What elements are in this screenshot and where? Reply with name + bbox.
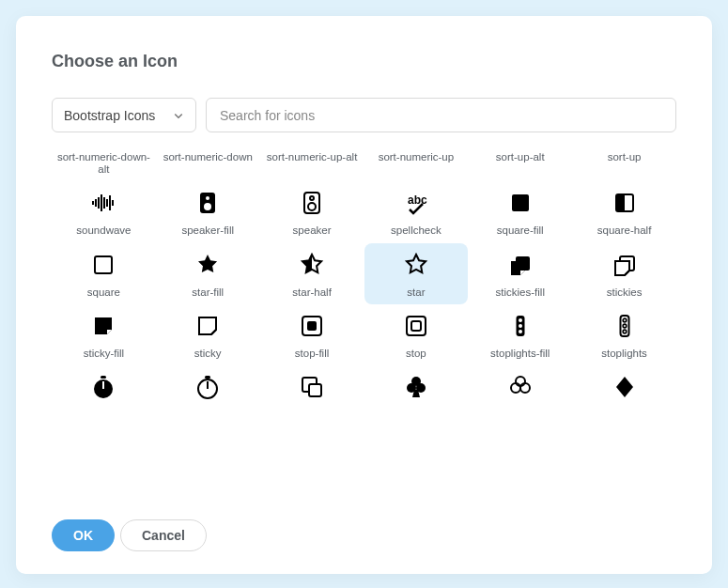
suit-club-fill-icon [404,375,428,399]
icon-set-select-value: Bootstrap Icons [64,108,155,123]
icon-option-label: sort-up [608,151,642,163]
spellcheck-icon [404,191,428,215]
stop-icon [404,314,428,338]
icon-option-sticky-fill[interactable]: sticky-fill [52,304,156,365]
icon-option-stoplights-fill[interactable]: stoplights-fill [468,304,572,365]
icon-option-sort-numeric-up[interactable]: sort-numeric-up [364,146,469,181]
icon-option-square-fill[interactable]: square-fill [468,181,572,242]
stopwatch-fill-icon [91,375,116,399]
icon-option-label: star-fill [192,286,224,299]
stickies-icon [612,253,637,277]
stopwatch-icon [195,375,220,399]
icon-option-square-half[interactable]: square-half [572,181,676,242]
icon-option-sort-numeric-down[interactable]: sort-numeric-down [156,146,260,181]
chevron-down-icon [173,110,184,121]
star-icon [404,253,428,277]
controls-row: Bootstrap Icons [52,98,676,132]
icon-option-label: star [407,286,425,299]
soundwave-icon [91,191,116,215]
icon-option-suit-club-fill[interactable]: suit-club-fill [364,365,469,403]
subtract-icon [300,375,324,399]
icon-option-label: sticky-fill [84,348,124,360]
star-fill-icon [195,253,220,277]
icon-option-sort-up[interactable]: sort-up [572,146,676,181]
icon-option-label: stop [406,348,426,360]
icon-option-label: square-half [597,224,652,237]
sticky-icon [195,314,220,338]
icon-option-stickies[interactable]: stickies [572,243,676,304]
icon-set-select[interactable]: Bootstrap Icons [52,98,196,132]
icon-option-label: stickies-fill [496,286,545,299]
icon-option-sort-up-alt[interactable]: sort-up-alt [468,146,572,181]
icon-option-label: sort-numeric-up [379,151,455,163]
icon-option-label: soundwave [76,224,131,237]
sticky-fill-icon [91,314,116,338]
icon-option-suit-club[interactable]: suit-club [468,365,572,403]
icon-option-stopwatch-fill[interactable]: stopwatch-fill [52,365,156,403]
icon-option-label: stickies [607,286,643,299]
square-icon [91,253,116,277]
icon-option-label: sticky [194,348,222,360]
icon-option-stopwatch[interactable]: stopwatch [156,365,260,403]
icon-option-label: sort-numeric-down-alt [54,151,154,176]
icon-option-stop[interactable]: stop [364,304,469,365]
icon-option-star-half[interactable]: star-half [260,243,364,304]
icon-option-speaker[interactable]: speaker [260,181,364,242]
icon-option-label: square [87,286,120,299]
icon-option-label: speaker [293,224,332,237]
cancel-button[interactable]: Cancel [120,519,207,551]
icon-option-label: stoplights [601,348,647,360]
icon-option-label: speaker-fill [181,224,234,237]
icon-option-label: stop-fill [295,348,329,360]
star-half-icon [300,253,324,277]
icon-option-label: sort-up-alt [496,151,545,163]
icon-option-stickies-fill[interactable]: stickies-fill [468,243,572,304]
icon-option-sort-numeric-down-alt[interactable]: sort-numeric-down-alt [52,146,156,181]
square-fill-icon [508,191,533,215]
icon-option-label: star-half [292,286,332,299]
icon-option-suit-diamond-fill[interactable]: suit-diamond-fill [572,365,676,403]
square-half-icon [612,191,637,215]
stop-fill-icon [300,314,324,338]
ok-button[interactable]: OK [52,519,115,551]
icon-option-stop-fill[interactable]: stop-fill [260,304,364,365]
icon-option-label: stoplights-fill [490,348,550,360]
icon-option-square[interactable]: square [52,243,156,304]
icon-option-label: sort-numeric-down [163,151,253,163]
icon-option-label: sort-numeric-up-alt [267,151,358,163]
icon-option-subtract[interactable]: subtract [260,365,364,403]
icon-picker-dialog: Choose an Icon Bootstrap Icons sort-nume… [16,16,712,574]
icon-option-soundwave[interactable]: soundwave [52,181,156,242]
icon-option-label: spellcheck [391,224,441,237]
suit-diamond-fill-icon [612,375,637,399]
icon-option-sort-numeric-up-alt[interactable]: sort-numeric-up-alt [260,146,364,181]
speaker-fill-icon [195,191,220,215]
icon-option-star-fill[interactable]: star-fill [156,243,260,304]
stoplights-icon [612,314,637,338]
suit-club-icon [508,375,533,399]
icon-option-label: square-fill [497,224,544,237]
icon-option-spellcheck[interactable]: spellcheck [364,181,469,242]
dialog-footer: OK Cancel [52,519,676,551]
icon-option-star[interactable]: star [364,243,469,304]
speaker-icon [300,191,324,215]
dialog-title: Choose an Icon [52,52,676,71]
icon-option-sticky[interactable]: sticky [156,304,260,365]
search-input[interactable] [206,98,676,132]
stickies-fill-icon [508,253,533,277]
stoplights-fill-icon [508,314,533,338]
icon-option-stoplights[interactable]: stoplights [572,304,676,365]
icon-option-speaker-fill[interactable]: speaker-fill [156,181,260,242]
icon-grid-scroll-area[interactable]: sort-numeric-down-altsort-numeric-downso… [52,146,676,503]
